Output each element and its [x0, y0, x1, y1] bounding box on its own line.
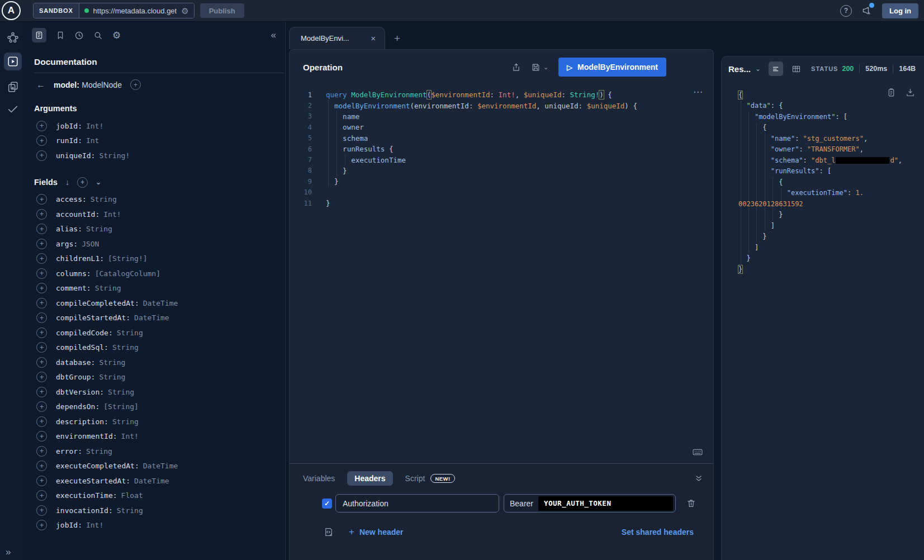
add-field-icon[interactable]: +	[36, 490, 47, 501]
field-row[interactable]: +jobId:Int!	[34, 518, 285, 533]
field-row[interactable]: +executeStartedAt:DateTime	[34, 473, 285, 488]
field-type[interactable]: String	[112, 343, 139, 352]
field-type[interactable]: DateTime	[143, 462, 178, 470]
header-enabled-checkbox[interactable]: ✓	[322, 499, 332, 509]
connection-settings-gear-icon[interactable]: ⚙	[181, 7, 188, 15]
field-row[interactable]: +executeCompletedAt:DateTime	[34, 459, 285, 474]
field-row[interactable]: +args:JSON	[34, 236, 285, 251]
code-line[interactable]: 1query ModelByEnvironment($environmentId…	[290, 89, 713, 100]
search-icon[interactable]	[93, 31, 103, 40]
field-type[interactable]: String	[99, 373, 125, 381]
code-line[interactable]: 5 schema	[290, 133, 713, 144]
field-type[interactable]: String	[91, 195, 117, 203]
add-field-icon[interactable]: +	[36, 283, 47, 293]
auth-token-value[interactable]: YOUR_AUTH_TOKEN	[538, 496, 673, 511]
add-field-icon[interactable]: +	[36, 357, 47, 368]
field-row[interactable]: +compiledSql:String	[34, 340, 285, 355]
docs-back-icon[interactable]: ←	[36, 80, 45, 90]
expand-rail-icon[interactable]: »	[6, 547, 11, 558]
field-row[interactable]: +database:String	[34, 355, 285, 370]
field-type[interactable]: String	[99, 358, 125, 367]
endpoint-url-text[interactable]: https://metadata.cloud.get	[93, 7, 177, 15]
code-line[interactable]: 2 modelByEnvironment(environmentId: $env…	[290, 100, 713, 111]
endpoint-url-area[interactable]: https://metadata.cloud.get ⚙	[79, 3, 194, 18]
field-type[interactable]: String	[86, 225, 112, 233]
add-field-icon[interactable]: +	[36, 268, 47, 279]
field-type[interactable]: String	[117, 329, 143, 337]
add-field-icon[interactable]: +	[36, 387, 47, 397]
argument-type[interactable]: Int	[86, 136, 99, 145]
field-row[interactable]: +alias:String	[34, 222, 285, 237]
add-field-icon[interactable]: +	[36, 224, 47, 234]
add-field-icon[interactable]: +	[36, 342, 47, 353]
add-field-icon[interactable]: +	[36, 298, 47, 309]
checks-icon[interactable]	[7, 103, 19, 115]
docs-model-type[interactable]: ModelNode	[82, 80, 122, 89]
add-field-icon[interactable]: +	[36, 476, 47, 486]
field-row[interactable]: +dependsOn:[String]	[34, 400, 285, 415]
documentation-tab-icon[interactable]	[32, 28, 46, 42]
argument-type[interactable]: String!	[99, 151, 130, 160]
new-tab-icon[interactable]: +	[394, 32, 400, 49]
field-type[interactable]: String	[117, 506, 143, 515]
add-field-icon[interactable]: +	[36, 416, 47, 427]
field-row[interactable]: +accountId:Int!	[34, 207, 285, 222]
add-field-icon[interactable]: +	[36, 372, 47, 382]
editor-menu-icon[interactable]: ⋯	[693, 86, 703, 98]
code-line[interactable]: 6 runResults {	[290, 144, 713, 154]
add-field-icon[interactable]: +	[36, 431, 47, 442]
explorer-settings-gear-icon[interactable]: ⚙	[112, 30, 121, 41]
apollo-logo-icon[interactable]: A	[2, 1, 21, 20]
add-field-icon[interactable]: +	[36, 520, 47, 530]
keyboard-shortcuts-icon[interactable]	[692, 447, 703, 458]
add-all-fields-icon[interactable]: +	[77, 177, 88, 188]
field-type[interactable]: Int!	[86, 521, 103, 529]
add-field-icon[interactable]: +	[36, 446, 47, 457]
announcements-icon[interactable]	[861, 5, 873, 16]
schema-graph-icon[interactable]	[7, 31, 19, 44]
environment-variables-icon[interactable]	[324, 527, 334, 537]
table-view-toggle-icon[interactable]	[789, 61, 803, 76]
add-field-icon[interactable]: +	[36, 312, 47, 323]
fields-options-chevron-icon[interactable]: ⌄	[96, 178, 101, 186]
code-line[interactable]: 3 name	[290, 111, 713, 122]
history-icon[interactable]	[74, 31, 84, 40]
field-type[interactable]: Int!	[103, 210, 121, 219]
field-row[interactable]: +environmentId:Int!	[34, 429, 285, 444]
add-field-icon[interactable]: +	[36, 194, 47, 205]
save-operation-icon[interactable]	[531, 63, 541, 72]
header-value-field[interactable]: Bearer YOUR_AUTH_TOKEN	[504, 494, 676, 512]
field-type[interactable]: String	[95, 284, 121, 292]
field-type[interactable]: DateTime	[143, 299, 178, 307]
field-type[interactable]: [String!]	[108, 254, 147, 263]
help-icon[interactable]: ?	[840, 5, 852, 17]
tab-headers[interactable]: Headers	[347, 471, 392, 486]
add-field-icon[interactable]: +	[36, 253, 47, 264]
field-row[interactable]: +comment:String	[34, 281, 285, 296]
add-field-icon[interactable]: +	[36, 239, 47, 249]
explorer-nav-icon[interactable]	[4, 53, 22, 70]
raw-view-toggle-icon[interactable]	[769, 61, 783, 76]
code-line[interactable]: 10	[290, 187, 713, 198]
field-row[interactable]: +childrenL1:[String!]	[34, 251, 285, 267]
argument-type[interactable]: Int!	[86, 122, 103, 130]
field-type[interactable]: String	[112, 417, 139, 426]
field-row[interactable]: +executionTime:Float	[34, 488, 285, 504]
add-field-icon[interactable]: +	[36, 461, 47, 471]
code-line[interactable]: 9 }	[290, 176, 713, 187]
share-operation-icon[interactable]	[511, 63, 521, 72]
close-tab-icon[interactable]: ×	[371, 34, 376, 43]
publish-button[interactable]: Publish	[200, 3, 244, 18]
field-type[interactable]: DateTime	[134, 477, 169, 485]
argument-row[interactable]: +runId:Int	[34, 134, 285, 149]
field-row[interactable]: +columns:[CatalogColumn]	[34, 266, 285, 281]
field-row[interactable]: +description:String	[34, 414, 285, 429]
field-row[interactable]: +compileStartedAt:DateTime	[34, 311, 285, 326]
field-row[interactable]: +dbtGroup:String	[34, 370, 285, 385]
field-type[interactable]: DateTime	[134, 314, 169, 322]
add-model-icon[interactable]: +	[130, 79, 141, 90]
delete-header-icon[interactable]	[686, 499, 696, 508]
operation-tab[interactable]: ModelByEnvi... ×	[289, 27, 385, 49]
add-argument-icon[interactable]: +	[36, 150, 47, 161]
tab-variables[interactable]: Variables	[303, 474, 335, 483]
